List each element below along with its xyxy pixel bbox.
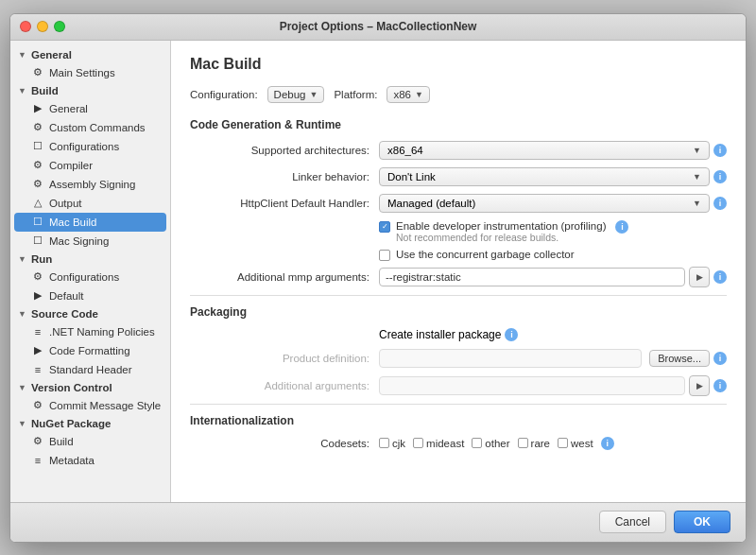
- sidebar-item-code-formatting[interactable]: ▶ Code Formatting: [10, 341, 170, 360]
- gc-label: Use the concurrent garbage collector: [396, 249, 575, 260]
- supported-arch-control: x86_64 ▼ i: [379, 141, 727, 160]
- info-icon[interactable]: i: [713, 197, 727, 210]
- sidebar-item-mac-build-label: Mac Build: [49, 217, 97, 228]
- codesets-row: Codesets: cjk mideast other: [190, 437, 727, 450]
- info-icon[interactable]: i: [615, 220, 628, 234]
- config-label: Configuration:: [190, 89, 258, 100]
- cancel-button[interactable]: Cancel: [599, 511, 666, 533]
- info-icon[interactable]: i: [601, 437, 614, 450]
- sidebar-section-version-control-label: Version Control: [31, 382, 112, 393]
- additional-arguments-input[interactable]: [379, 376, 685, 395]
- sidebar-item-default[interactable]: ▶ Default: [10, 286, 170, 305]
- sidebar-item-commit-message[interactable]: ⚙ Commit Message Style: [10, 396, 170, 415]
- other-label: other: [485, 438, 509, 449]
- sidebar-item-assembly-signing-label: Assembly Signing: [49, 179, 135, 190]
- args-arrow-button[interactable]: ▶: [689, 267, 710, 287]
- sidebar-item-main-settings[interactable]: ⚙ Main Settings: [10, 63, 170, 82]
- window-title: Project Options – MacCollectionNew: [280, 20, 477, 33]
- main-content: ▼ General ⚙ Main Settings ▼ Build ▶ Gene…: [10, 41, 746, 502]
- rare-label: rare: [531, 438, 550, 449]
- play-icon: ▶: [31, 289, 44, 303]
- chevron-down-icon: ▼: [18, 50, 27, 60]
- minimize-button[interactable]: [37, 21, 48, 32]
- supported-arch-label: Supported architectures:: [190, 145, 379, 156]
- chevron-down-icon: ▼: [18, 254, 27, 264]
- sidebar-item-configurations[interactable]: ☐ Configurations: [10, 137, 170, 156]
- cjk-checkbox[interactable]: [379, 438, 389, 448]
- sidebar-item-net-naming[interactable]: ≡ .NET Naming Policies: [10, 322, 170, 341]
- sidebar-section-build[interactable]: ▼ Build: [10, 82, 170, 99]
- sidebar-item-run-configurations[interactable]: ⚙ Configurations: [10, 268, 170, 286]
- west-checkbox[interactable]: [558, 438, 568, 448]
- sidebar-item-commit-message-label: Commit Message Style: [49, 400, 161, 411]
- httpclient-label: HttpClient Default Handler:: [190, 198, 379, 209]
- list-icon: ≡: [31, 325, 44, 338]
- footer: Cancel OK: [10, 502, 746, 542]
- sidebar-section-run[interactable]: ▼ Run: [10, 251, 170, 268]
- codesets-label: Codesets:: [190, 438, 379, 449]
- chevron-down-icon: ▼: [693, 199, 701, 208]
- maximize-button[interactable]: [54, 21, 65, 32]
- play-icon: ▶: [31, 344, 44, 357]
- sidebar-item-custom-commands-label: Custom Commands: [49, 122, 146, 133]
- sidebar-section-general[interactable]: ▼ General: [10, 46, 170, 63]
- codesets-container: cjk mideast other rare: [379, 437, 727, 450]
- gc-checkbox[interactable]: [379, 250, 390, 261]
- other-checkbox[interactable]: [472, 438, 482, 448]
- sidebar-item-mac-build[interactable]: ☐ Mac Build: [14, 213, 166, 232]
- platform-select[interactable]: x86 ▼: [387, 86, 429, 103]
- sidebar-item-general-label: General: [49, 103, 88, 114]
- sidebar-item-nuget-build[interactable]: ⚙ Build: [10, 432, 170, 451]
- sidebar-item-general[interactable]: ▶ General: [10, 99, 170, 118]
- sidebar-section-nuget[interactable]: ▼ NuGet Package: [10, 415, 170, 432]
- create-installer-row: Create installer package i: [190, 328, 727, 341]
- sidebar-section-source-code[interactable]: ▼ Source Code: [10, 305, 170, 322]
- main-window: Project Options – MacCollectionNew ▼ Gen…: [9, 13, 747, 543]
- list-icon: ≡: [31, 454, 44, 467]
- sidebar-item-assembly-signing[interactable]: ⚙ Assembly Signing: [10, 175, 170, 194]
- args-arrow-button[interactable]: ▶: [689, 375, 710, 396]
- sidebar: ▼ General ⚙ Main Settings ▼ Build ▶ Gene…: [10, 41, 171, 502]
- httpclient-row: HttpClient Default Handler: Managed (def…: [190, 194, 727, 213]
- instrumentation-checkbox[interactable]: [379, 221, 390, 233]
- sidebar-item-compiler-label: Compiler: [49, 160, 93, 171]
- info-icon[interactable]: i: [713, 170, 727, 183]
- instrumentation-label: Enable developer instrumentation (profil…: [396, 220, 606, 232]
- mideast-checkbox[interactable]: [413, 438, 423, 448]
- sidebar-section-version-control[interactable]: ▼ Version Control: [10, 379, 170, 396]
- info-icon[interactable]: i: [713, 144, 727, 157]
- browse-button[interactable]: Browse...: [649, 350, 710, 367]
- close-button[interactable]: [20, 21, 31, 32]
- info-icon[interactable]: i: [713, 270, 727, 284]
- sidebar-item-output[interactable]: △ Output: [10, 194, 170, 213]
- titlebar: Project Options – MacCollectionNew: [10, 14, 746, 41]
- info-icon[interactable]: i: [713, 352, 727, 365]
- sidebar-item-custom-commands[interactable]: ⚙ Custom Commands: [10, 118, 170, 137]
- linker-value: Don't Link: [387, 171, 436, 182]
- rare-checkbox[interactable]: [518, 438, 528, 448]
- codeset-cjk: cjk: [379, 438, 405, 449]
- chevron-down-icon: ▼: [310, 90, 318, 99]
- additional-arguments-row: Additional arguments: ▶ i: [190, 375, 727, 396]
- additional-args-row: Additional mmp arguments: ▶ i: [190, 267, 727, 287]
- product-definition-input[interactable]: [379, 349, 642, 368]
- window-controls: [20, 21, 65, 32]
- cjk-label: cjk: [392, 438, 405, 449]
- httpclient-select[interactable]: Managed (default) ▼: [379, 194, 710, 213]
- linker-select[interactable]: Don't Link ▼: [379, 167, 710, 186]
- create-installer-label: Create installer package: [379, 328, 501, 341]
- additional-args-input[interactable]: [379, 268, 685, 286]
- product-definition-row: Product definition: Browse... i: [190, 349, 727, 368]
- configuration-select[interactable]: Debug ▼: [267, 86, 325, 103]
- sidebar-item-output-label: Output: [49, 198, 82, 209]
- sidebar-item-compiler[interactable]: ⚙ Compiler: [10, 156, 170, 175]
- ok-button[interactable]: OK: [674, 511, 730, 533]
- sidebar-section-run-label: Run: [31, 253, 52, 265]
- sidebar-item-standard-header[interactable]: ≡ Standard Header: [10, 360, 170, 379]
- chevron-down-icon: ▼: [18, 383, 27, 392]
- sidebar-item-mac-signing[interactable]: ☐ Mac Signing: [10, 232, 170, 251]
- info-icon[interactable]: i: [505, 328, 518, 341]
- sidebar-item-metadata[interactable]: ≡ Metadata: [10, 451, 170, 470]
- info-icon[interactable]: i: [713, 379, 727, 392]
- supported-arch-select[interactable]: x86_64 ▼: [379, 141, 710, 160]
